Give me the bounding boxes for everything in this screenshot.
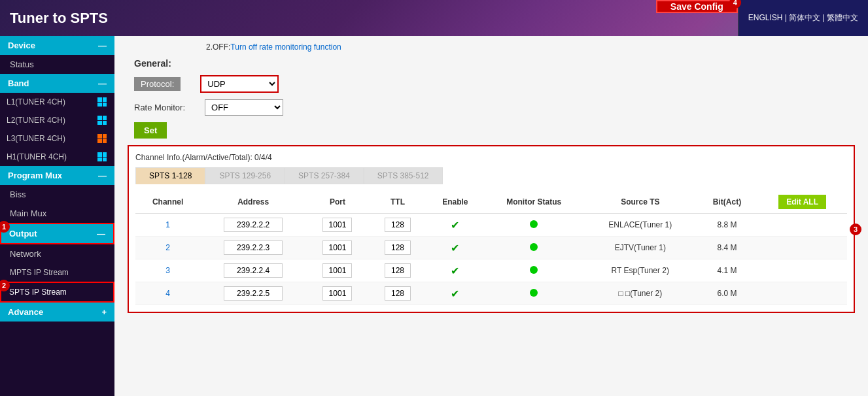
set-button[interactable]: Set <box>134 122 167 139</box>
content-area: ForoISP 2.OFF:Turn off rate monitoring f… <box>114 36 868 396</box>
channel-num: 1 <box>135 214 200 237</box>
ttl-input[interactable] <box>385 263 411 278</box>
address-cell[interactable] <box>200 282 306 305</box>
ttl-input[interactable] <box>385 286 411 301</box>
protocol-row: Protocol: UDP RTP <box>128 75 855 93</box>
lang-options: ENGLISH | 简体中文 | 繁體中文 <box>748 12 858 24</box>
general-label: General: <box>128 58 855 69</box>
program-mux-collapse-icon: — <box>98 171 107 180</box>
enable-check: ✔ <box>451 265 459 276</box>
address-cell[interactable] <box>200 237 306 259</box>
address-input[interactable] <box>224 218 283 232</box>
content-inner: ForoISP 2.OFF:Turn off rate monitoring f… <box>114 36 868 396</box>
channel-box: 3 Channel Info.(Alarm/Active/Total): 0/4… <box>128 145 855 313</box>
sidebar-item-l1[interactable]: L1(TUNER 4CH) <box>0 93 114 111</box>
col-monitor: Monitor Status <box>484 191 584 214</box>
channel-info-header: Channel Info.(Alarm/Active/Total): 0/4/4 <box>135 153 847 162</box>
sidebar-item-status[interactable]: Status <box>0 55 114 74</box>
source-ts-cell: EJTV(Tuner 1) <box>584 237 697 259</box>
address-input[interactable] <box>224 286 283 301</box>
device-collapse-icon: — <box>98 41 107 50</box>
ttl-input[interactable] <box>385 240 411 255</box>
output-collapse-icon: — <box>97 229 105 239</box>
ttl-cell[interactable] <box>369 214 426 237</box>
col-source-ts: Source TS <box>584 191 697 214</box>
monitor-cell <box>484 214 584 237</box>
sidebar-item-h1[interactable]: H1(TUNER 4CH) <box>0 148 114 166</box>
table-row: 4 ✔ □ □(Tuner 2) 6.0 M <box>135 282 847 305</box>
col-enable: Enable <box>426 191 483 214</box>
enable-cell: ✔ <box>426 214 483 237</box>
monitor-cell <box>484 237 584 259</box>
header: Tuner to SPTS Save Config 4 ENGLISH | 简体… <box>0 0 868 36</box>
protocol-select[interactable]: UDP RTP <box>200 75 279 93</box>
output-badge: 1 <box>0 221 10 233</box>
monitor-dot <box>530 243 538 251</box>
address-input[interactable] <box>224 263 283 278</box>
h1-grid-icon <box>97 152 107 161</box>
port-input[interactable] <box>322 240 352 255</box>
table-row: 2 ✔ EJTV(Tuner 1) 8.4 M <box>135 237 847 259</box>
enable-check: ✔ <box>451 242 459 254</box>
l3-grid-icon <box>97 134 107 143</box>
port-input[interactable] <box>322 286 352 301</box>
bit-act-cell: 8.8 M <box>697 214 757 237</box>
port-cell[interactable] <box>306 282 369 305</box>
sidebar-item-mpts[interactable]: MPTS IP Stream <box>0 263 114 282</box>
sidebar: Device — Status Band — L1(TUNER 4CH) L2(… <box>0 36 114 396</box>
sidebar-item-spts[interactable]: SPTS IP Stream 2 <box>0 282 114 303</box>
sidebar-item-program-mux[interactable]: Program Mux — <box>0 166 114 185</box>
spts-tabs: SPTS 1-128 SPTS 129-256 SPTS 257-384 SPT… <box>135 167 847 184</box>
ttl-cell[interactable] <box>369 282 426 305</box>
tab-spts-1-128[interactable]: SPTS 1-128 <box>135 167 205 184</box>
source-ts-cell: ENLACE(Tuner 1) <box>584 214 697 237</box>
ttl-cell[interactable] <box>369 259 426 282</box>
app-title: Tuner to SPTS <box>10 10 108 27</box>
col-bit-act: Bit(Act) <box>697 191 757 214</box>
sidebar-item-biss[interactable]: Biss <box>0 185 114 204</box>
port-input[interactable] <box>322 263 352 278</box>
address-cell[interactable] <box>200 214 306 237</box>
sidebar-item-l2[interactable]: L2(TUNER 4CH) <box>0 111 114 129</box>
monitor-dot <box>530 266 538 274</box>
port-cell[interactable] <box>306 237 369 259</box>
bit-act-cell: 8.4 M <box>697 237 757 259</box>
sidebar-item-l3[interactable]: L3(TUNER 4CH) <box>0 129 114 148</box>
tab-spts-385-512[interactable]: SPTS 385-512 <box>364 167 443 184</box>
tab-spts-129-256[interactable]: SPTS 129-256 <box>205 167 285 184</box>
sidebar-item-network[interactable]: Network <box>0 244 114 263</box>
rate-monitor-label: Rate Monitor: <box>134 103 185 112</box>
general-section: General: Protocol: UDP RTP Rate Monitor:… <box>128 58 855 139</box>
advance-expand-icon: + <box>101 307 107 317</box>
ttl-cell[interactable] <box>369 237 426 259</box>
header-actions: Save Config 4 ENGLISH | 简体中文 | 繁體中文 <box>656 0 868 36</box>
save-config-button[interactable]: Save Config <box>656 0 738 13</box>
ttl-input[interactable] <box>385 218 411 232</box>
enable-check: ✔ <box>451 220 459 231</box>
col-edit: Edit ALL <box>757 191 847 214</box>
right-badge: 3 <box>850 223 861 235</box>
channel-table: Channel Address Port TTL Enable Monitor … <box>135 191 847 305</box>
monitor-cell <box>484 259 584 282</box>
address-cell[interactable] <box>200 259 306 282</box>
sidebar-item-main-mux[interactable]: Main Mux <box>0 204 114 223</box>
address-input[interactable] <box>224 240 283 255</box>
main-layout: Device — Status Band — L1(TUNER 4CH) L2(… <box>0 36 868 396</box>
sidebar-item-output[interactable]: Output — 1 <box>0 223 114 244</box>
info-text: 2.OFF:Turn off rate monitoring function <box>128 42 855 52</box>
language-bar[interactable]: ENGLISH | 简体中文 | 繁體中文 <box>738 0 868 36</box>
port-input[interactable] <box>322 218 352 232</box>
enable-cell: ✔ <box>426 282 483 305</box>
sidebar-item-device[interactable]: Device — <box>0 36 114 55</box>
rate-monitor-select[interactable]: OFF ON <box>205 99 283 116</box>
sidebar-item-advance[interactable]: Advance + <box>0 303 114 322</box>
bit-act-cell: 6.0 M <box>697 282 757 305</box>
edit-all-button[interactable]: Edit ALL <box>778 195 826 209</box>
port-cell[interactable] <box>306 214 369 237</box>
tab-spts-257-384[interactable]: SPTS 257-384 <box>285 167 364 184</box>
sidebar-item-band[interactable]: Band — <box>0 74 114 93</box>
band-collapse-icon: — <box>98 78 107 88</box>
port-cell[interactable] <box>306 259 369 282</box>
enable-cell: ✔ <box>426 237 483 259</box>
monitor-dot <box>530 220 538 228</box>
